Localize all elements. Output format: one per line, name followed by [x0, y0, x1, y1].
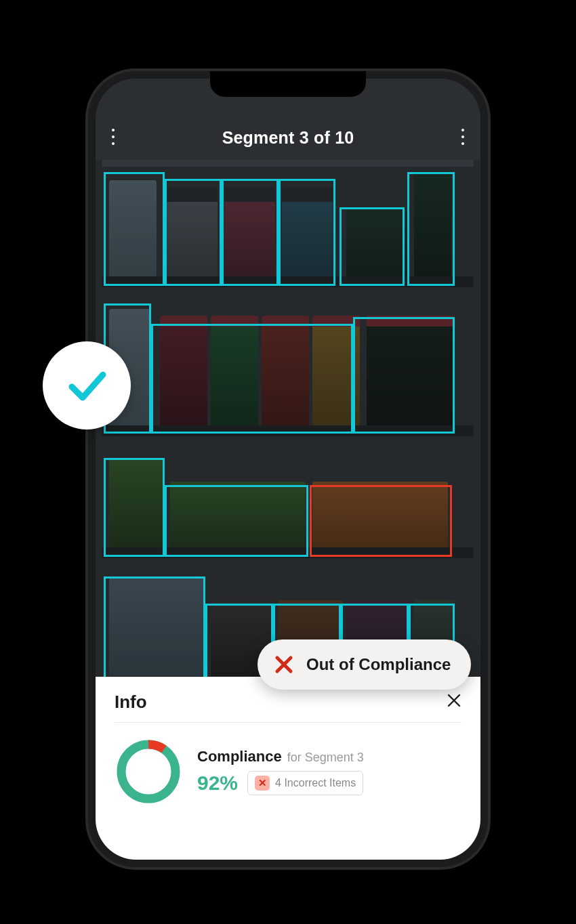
close-icon[interactable]	[447, 692, 461, 713]
detection-box[interactable]	[104, 172, 165, 286]
check-icon	[62, 361, 111, 410]
alert-label: Out of Compliance	[306, 655, 451, 674]
detection-box[interactable]	[340, 207, 405, 286]
incorrect-items-badge[interactable]: ✕ 4 Incorrect Items	[247, 771, 363, 795]
compliance-percentage: 92%	[197, 772, 238, 795]
svg-point-0	[121, 744, 176, 799]
detection-box[interactable]	[222, 179, 279, 286]
compliance-sub: for Segment 3	[287, 751, 364, 765]
info-panel: Info Compliance for Segment 3	[96, 677, 480, 860]
x-icon	[272, 653, 295, 676]
screen: Segment 3 of 10	[96, 79, 480, 860]
detection-box[interactable]	[151, 324, 353, 434]
incorrect-items-label: 4 Incorrect Items	[275, 777, 356, 789]
compliance-donut-icon	[115, 738, 182, 805]
detection-box[interactable]	[165, 485, 308, 557]
phone-frame: Segment 3 of 10	[88, 71, 488, 867]
detection-box[interactable]	[165, 179, 222, 286]
notch	[210, 71, 366, 97]
compliance-alert[interactable]: Out of Compliance	[258, 639, 471, 690]
detection-box[interactable]	[104, 576, 205, 685]
detection-box[interactable]	[353, 317, 455, 434]
check-bubble	[43, 341, 131, 429]
menu-right-icon[interactable]	[461, 129, 464, 148]
detection-box[interactable]	[104, 458, 165, 557]
info-title: Info	[115, 692, 147, 713]
segment-title: Segment 3 of 10	[222, 128, 354, 148]
shelf-image[interactable]	[96, 160, 480, 677]
detection-box-error[interactable]	[310, 485, 452, 557]
x-icon: ✕	[255, 776, 270, 791]
detection-box[interactable]	[279, 179, 335, 286]
menu-left-icon[interactable]	[112, 129, 115, 148]
compliance-label: Compliance	[197, 748, 282, 765]
detection-box[interactable]	[407, 172, 455, 286]
